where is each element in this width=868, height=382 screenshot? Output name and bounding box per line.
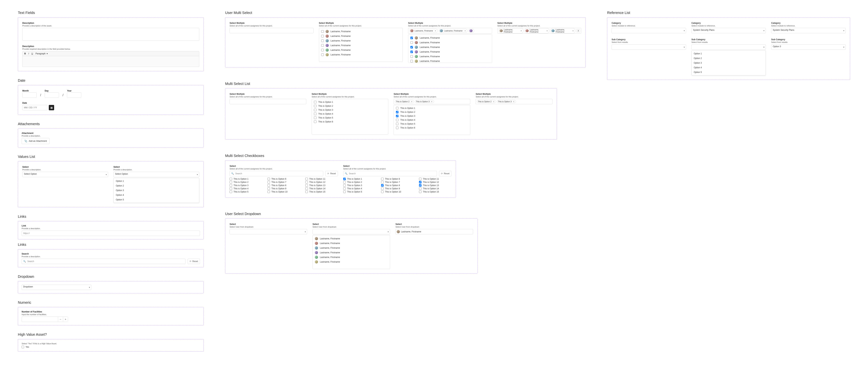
vl-option[interactable]: Option 4 [114, 193, 199, 197]
list-item[interactable]: This is Option 4 [394, 118, 470, 122]
checkbox-item[interactable]: This is Option 14 [419, 187, 452, 190]
vl-option[interactable]: Option 2 [114, 183, 199, 188]
chip-remove-icon[interactable]: ✕ [547, 30, 548, 32]
user-row[interactable]: Lastname, Firstname [408, 54, 492, 59]
chip-remove-icon[interactable]: ✕ [572, 30, 574, 32]
msl-chips-row[interactable]: This is Option 2✕ This is Option 3✕ [476, 99, 552, 104]
numeric-input[interactable] [22, 317, 58, 322]
user-row[interactable]: Lastname, Firstname [319, 34, 403, 38]
usd-select[interactable] [229, 229, 307, 234]
increment-button[interactable]: + [63, 317, 68, 322]
user-row[interactable]: Lastname, Firstname [313, 255, 390, 260]
option-chip[interactable]: This is Option 3✕ [415, 100, 434, 103]
chip-remove-icon[interactable]: ✕ [435, 30, 436, 32]
user-chip[interactable]: Lastname, Firstname✕ [439, 29, 467, 33]
search-input[interactable]: 🔍 Search [22, 259, 185, 264]
underline-button[interactable]: U [31, 52, 33, 55]
user-row[interactable]: Lastname, Firstname [313, 236, 390, 241]
list-item[interactable]: This is Option 5 [394, 122, 470, 126]
ref-option[interactable]: Option 4 [692, 65, 766, 70]
checkbox-item[interactable]: This is Option 5 [343, 190, 376, 193]
checkbox-item[interactable]: This is Option 4 [229, 187, 262, 190]
calendar-icon[interactable]: ▦ [49, 105, 54, 110]
more-count-chip[interactable]: 3 [577, 29, 580, 32]
ref-option[interactable]: Option 1 [692, 51, 766, 56]
paragraph-dropdown[interactable]: Paragraph ▾ [36, 52, 48, 55]
um-chip-row[interactable]: Lastname, Firstname✕ Lastname, Firstname… [497, 28, 581, 34]
user-row[interactable]: Lastname, Firstname [408, 50, 492, 54]
ref-category-select[interactable]: System Security Plans [691, 28, 766, 33]
um-chip-row[interactable]: Lastname, Firstname✕ Lastname, Firstname… [408, 28, 492, 34]
checkbox-item[interactable]: This is Option 6 [268, 178, 300, 180]
list-item[interactable]: This is Option 6 [394, 126, 470, 130]
checkbox-item[interactable]: This is Option 3 [229, 184, 262, 187]
checkbox-item[interactable]: This is Option 2 [229, 181, 262, 183]
checkbox-item[interactable]: This is Option 7 [268, 181, 300, 183]
user-row[interactable]: Lastname, Firstname [408, 59, 492, 63]
hva-checkbox[interactable] [22, 346, 24, 348]
um-input-empty[interactable] [229, 28, 314, 33]
checkbox-item[interactable]: This is Option 1 [229, 178, 262, 180]
ref-option[interactable]: Option 2 [692, 56, 766, 61]
checkbox-item[interactable]: This is Option 1 [343, 178, 376, 180]
cbx-reset-button[interactable]: ⟳Reset [326, 171, 338, 176]
vl-select-1[interactable]: Select Option [22, 172, 108, 177]
user-row[interactable]: Lastname, Firstname [313, 241, 390, 245]
year-input[interactable] [67, 92, 81, 98]
day-input[interactable] [45, 92, 59, 98]
dropdown-select[interactable]: Dropdown [22, 285, 91, 290]
decrement-button[interactable]: − [58, 317, 63, 322]
checkbox-item[interactable]: This is Option 10 [268, 190, 300, 193]
checkbox-item[interactable]: This is Option 12 [419, 181, 452, 183]
list-item[interactable]: This is Option 5 [312, 116, 388, 120]
user-row[interactable]: Lastname, Firstname [313, 245, 390, 250]
option-chip[interactable]: This is Option 3✕ [497, 100, 516, 103]
user-row[interactable]: Lastname, Firstname [319, 52, 403, 57]
checkbox-item[interactable]: This is Option 8 [268, 184, 300, 187]
checkbox-item[interactable]: This is Option 9 [268, 187, 300, 190]
hva-yes-row[interactable]: Yes [22, 346, 200, 348]
checkbox-item[interactable]: This is Option 4 [343, 187, 376, 190]
list-item[interactable]: This is Option 2 [312, 104, 388, 108]
italic-button[interactable]: I [28, 52, 29, 55]
um-list[interactable]: Lastname, Firstname Lastname, Firstname … [319, 28, 403, 62]
usd-select[interactable] [312, 229, 390, 234]
user-chip[interactable]: Lastname, Firstname✕ [525, 28, 550, 33]
vl-option[interactable]: Option 5 [114, 197, 199, 202]
chip-remove-icon[interactable]: ✕ [464, 30, 466, 32]
user-chip[interactable]: Lastname, Firstname✕ [551, 28, 575, 33]
checkbox-item[interactable]: This is Option 10 [381, 190, 414, 193]
vl-option[interactable]: Option 1 [114, 179, 199, 183]
checkbox-item[interactable]: This is Option 3 [343, 184, 376, 187]
ref-option[interactable]: Option 5 [692, 70, 766, 75]
chip-remove-icon[interactable]: ✕ [431, 100, 432, 102]
link-input[interactable]: https:// [22, 231, 200, 236]
ref-subcategory-select[interactable] [612, 44, 686, 50]
user-row[interactable]: Lastname, Firstname [313, 260, 390, 264]
user-row[interactable]: Lastname, Firstname [319, 38, 403, 43]
checkbox-item[interactable]: This is Option 11 [305, 178, 338, 180]
list-item[interactable]: This is Option 1 [394, 106, 470, 110]
checkbox-item[interactable]: This is Option 6 [381, 178, 414, 180]
bold-button[interactable]: B [24, 52, 26, 55]
checkbox-item[interactable]: This is Option 15 [305, 190, 338, 193]
vl-select-2[interactable]: Select Option [114, 172, 199, 177]
chip-remove-icon[interactable]: ✕ [513, 100, 515, 102]
list-item[interactable]: This is Option 3 [312, 108, 388, 112]
cbx-reset-button[interactable]: ⟳Reset [439, 171, 451, 176]
usd-list[interactable]: Lastname, Firstname Lastname, Firstname … [312, 235, 390, 269]
user-chip[interactable]: Lastname, Firstname✕ [499, 28, 524, 33]
ref-subcategory-select[interactable] [691, 44, 766, 50]
richtext-body[interactable] [22, 56, 199, 67]
list-item[interactable]: This is Option 4 [312, 112, 388, 116]
user-chip[interactable]: Lastname, Firstname✕ [409, 29, 438, 33]
list-item[interactable]: This is Option 6 [312, 120, 388, 124]
reset-button[interactable]: ⟳ Reset [188, 259, 200, 264]
user-row[interactable]: Lastname, Firstname [408, 45, 492, 50]
option-chip[interactable]: This is Option 2✕ [395, 100, 414, 103]
checkbox-item[interactable]: This is Option 2 [343, 181, 376, 183]
msl-list[interactable]: This is Option 1 This is Option 2 This i… [394, 105, 470, 135]
user-row[interactable]: Lastname, Firstname [408, 36, 492, 40]
ref-option[interactable]: Option 3 [692, 61, 766, 65]
add-attachment-button[interactable]: 📎 Add an Attachment [22, 138, 50, 144]
